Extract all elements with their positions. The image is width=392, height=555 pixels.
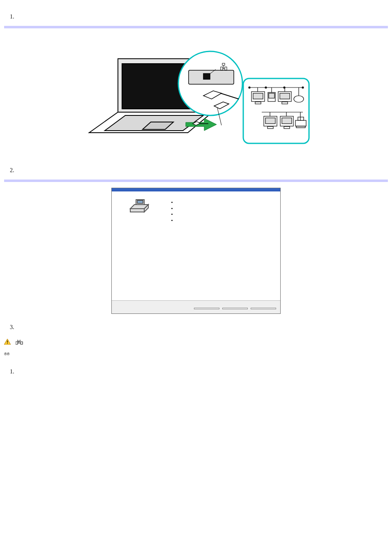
wizard-bullet: [177, 200, 274, 205]
wizard-bullet-list: [177, 200, 274, 223]
warning-icon: !: [4, 339, 11, 347]
wizard-cancel-button[interactable]: [251, 308, 276, 309]
svg-rect-19: [243, 78, 309, 143]
svg-rect-43: [282, 118, 292, 124]
registered-mark-icon: ®: [4, 352, 7, 356]
svg-point-33: [294, 96, 304, 102]
svg-rect-7: [189, 70, 234, 84]
step-3: [16, 324, 388, 332]
svg-rect-47: [296, 126, 305, 128]
svg-rect-61: [21, 342, 23, 344]
remote-paragraph: ®®: [4, 352, 388, 359]
wizard-back-button[interactable]: [194, 308, 219, 309]
svg-point-24: [302, 87, 304, 88]
wizard-bullet: [177, 218, 274, 223]
svg-rect-32: [282, 102, 288, 104]
ethernet-port-icon: [16, 339, 23, 347]
figure-wizard: [4, 182, 388, 321]
svg-rect-40: [265, 118, 275, 124]
svg-rect-31: [280, 93, 290, 99]
remote-step-1: [16, 368, 388, 376]
wizard-sidebar-image: [112, 191, 165, 300]
figure-ethernet-cable: [4, 28, 388, 165]
svg-text:!: !: [7, 340, 8, 345]
svg-rect-26: [253, 93, 263, 99]
svg-point-21: [249, 87, 250, 88]
wizard-bullet: [177, 206, 274, 212]
step-2: [16, 167, 388, 175]
svg-rect-8: [203, 74, 210, 79]
svg-rect-60: [16, 342, 18, 344]
svg-rect-41: [267, 127, 273, 129]
svg-rect-46: [298, 117, 304, 120]
svg-marker-54: [130, 209, 144, 212]
svg-rect-29: [269, 93, 274, 98]
warning-paragraph: !: [4, 339, 388, 347]
registered-mark-icon: ®: [7, 352, 10, 356]
wizard-titlebar: [112, 188, 280, 191]
svg-rect-44: [284, 127, 290, 129]
svg-rect-57: [137, 200, 143, 203]
step-1: [16, 13, 388, 21]
wizard-bullet: [177, 212, 274, 217]
wizard-next-button[interactable]: [222, 308, 248, 309]
svg-point-22: [265, 87, 267, 88]
svg-rect-45: [295, 120, 306, 126]
svg-rect-27: [255, 102, 261, 104]
